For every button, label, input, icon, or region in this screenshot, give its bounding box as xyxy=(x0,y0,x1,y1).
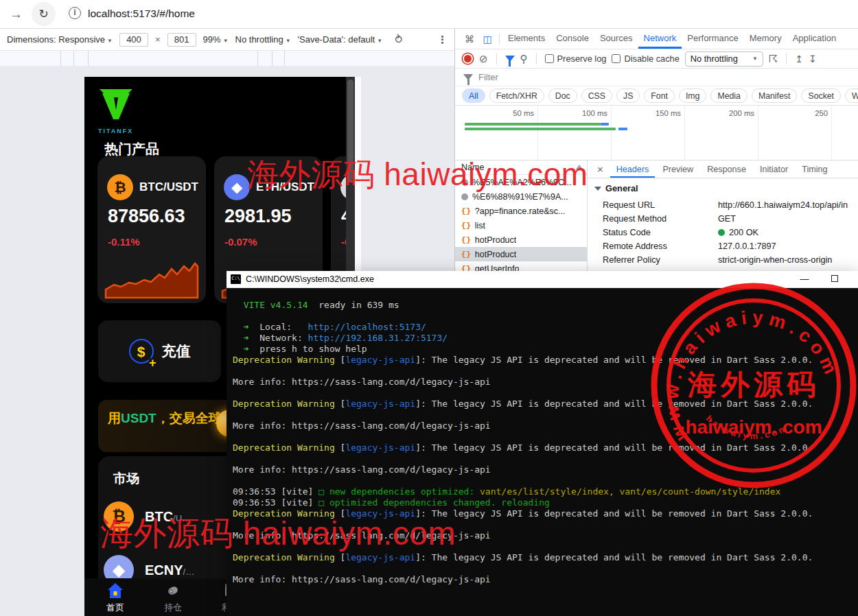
filter-toggle-icon[interactable] xyxy=(505,56,515,62)
toggle-device-toolbar-icon[interactable]: ◫ xyxy=(478,34,496,45)
cmd-segment: More info: https://sass-lang.com/d/legac… xyxy=(233,377,491,387)
header-key: Request Method xyxy=(603,214,718,224)
save-data-select[interactable]: 'Save-Data': default▼ xyxy=(298,34,383,45)
reload-button[interactable]: ↻ xyxy=(32,2,56,26)
price-value: 4 xyxy=(341,206,346,227)
nav-item-home[interactable]: 首页 xyxy=(94,578,137,616)
json-request-icon: {} xyxy=(461,235,471,244)
type-filter-media[interactable]: Media xyxy=(710,88,747,103)
header-key: Request URL xyxy=(603,200,718,210)
throttling-select[interactable]: No throttling▼ xyxy=(685,51,763,67)
request-row[interactable]: {}list xyxy=(455,218,587,233)
cmd-segment: Deprecation Warning xyxy=(233,355,340,365)
header-row-request-url: Request URLhttp://660.1.haiwaiym24.top/a… xyxy=(588,198,858,212)
waterfall-bar xyxy=(465,128,616,130)
network-conditions-icon[interactable]: ☈ xyxy=(769,53,778,65)
general-section-header[interactable]: General xyxy=(588,178,858,198)
request-details-tabs: × HeadersPreviewResponseInitiatorTiming xyxy=(588,161,858,178)
rotate-viewport-icon[interactable]: ⥁ xyxy=(395,33,402,46)
devtools-tab-network[interactable]: Network xyxy=(638,29,682,49)
banner-text: 用 xyxy=(108,411,121,425)
type-filter-fetchxhr[interactable]: Fetch/XHR xyxy=(489,88,544,103)
device-toolbar: Dimensions: Responsive▼ 400 × 801 99%▼ N… xyxy=(0,29,454,51)
network-toolbar: ⊘ ⚲ Preserve log Disable cache No thrott… xyxy=(455,49,858,69)
timeline-gridline xyxy=(537,106,538,161)
zoom-select[interactable]: 99%▼ xyxy=(203,34,229,45)
banner-text-usdt: USDT xyxy=(121,411,156,425)
cmd-segment: □ optimized dependencies changed. reload… xyxy=(318,497,550,508)
type-filter-wasm[interactable]: Wasm xyxy=(845,88,858,103)
clear-network-log-icon[interactable]: ⊘ xyxy=(479,53,488,65)
throttle-select[interactable]: No throttling▼ xyxy=(235,34,291,45)
viewport-width-input[interactable]: 400 xyxy=(119,33,148,47)
hot-card-btc[interactable]: ₿ BTC/USDT 87856.63 -0.11% xyxy=(97,156,206,303)
cmd-segment: http://192.168.31.27:5173/ xyxy=(308,333,448,343)
devtools-tab-performance[interactable]: Performance xyxy=(682,29,743,49)
record-network-log-button[interactable] xyxy=(464,55,472,62)
type-filter-manifest[interactable]: Manifest xyxy=(752,88,797,103)
type-filter-img[interactable]: Img xyxy=(679,88,707,103)
page-info-icon[interactable]: i xyxy=(69,7,81,19)
eth-icon: ◆ xyxy=(224,174,250,200)
change-value: -0.07% xyxy=(224,236,257,248)
devtools-tab-application[interactable]: Application xyxy=(787,29,842,49)
cmd-segment: ready in 639 ms xyxy=(308,300,399,310)
import-har-icon[interactable]: ↥ xyxy=(795,54,803,64)
type-filter-doc[interactable]: Doc xyxy=(548,88,577,103)
forward-arrow-icon[interactable]: → xyxy=(10,7,23,22)
details-tab-timing[interactable]: Timing xyxy=(796,161,833,178)
request-row[interactable]: {}?app=finance.rate&sc... xyxy=(455,204,587,218)
market-pair-label: ECNY/… xyxy=(145,562,194,578)
cmd-segment: More info: https://sass-lang.com/d/legac… xyxy=(233,464,491,475)
export-har-icon[interactable]: ↧ xyxy=(809,54,817,64)
dimensions-select[interactable]: Dimensions: Responsive▼ xyxy=(7,34,113,45)
request-row[interactable]: {}hotProduct xyxy=(455,233,587,247)
type-filter-socket[interactable]: Socket xyxy=(801,88,841,103)
media-query-bar[interactable] xyxy=(0,51,454,66)
cmd-segment: □ new dependencies optimized: xyxy=(318,486,480,497)
stamp-domain-text: haiwaiym. com xyxy=(685,416,822,438)
price-value: 2981.95 xyxy=(224,206,292,227)
device-toolbar-menu-icon[interactable]: ⋮ xyxy=(437,34,448,46)
type-filter-all[interactable]: All xyxy=(462,88,485,103)
cmd-segment: legacy-js-api xyxy=(345,442,415,453)
type-filter-css[interactable]: CSS xyxy=(581,88,612,103)
app-logo: TITANFX xyxy=(98,89,139,134)
devtools-tab-sources[interactable]: Sources xyxy=(594,29,638,49)
search-icon[interactable]: ⚲ xyxy=(520,53,528,65)
type-filter-font[interactable]: Font xyxy=(644,88,675,103)
cmd-segment: press h to show help xyxy=(259,344,367,354)
json-request-icon: {} xyxy=(461,250,471,259)
timeline-tick-label: 50 ms xyxy=(513,109,537,117)
dimensions-times: × xyxy=(155,34,161,45)
viewport-height-input[interactable]: 801 xyxy=(167,33,196,47)
details-tab-initiator[interactable]: Initiator xyxy=(754,161,794,178)
timeline-gridline xyxy=(831,106,832,161)
request-row[interactable]: {}hotProduct xyxy=(455,247,587,261)
url-text[interactable]: localhost:5173/#/home xyxy=(88,8,195,20)
devtools-tab-elements[interactable]: Elements xyxy=(502,29,550,49)
nav-item-positions[interactable]: 持仓 xyxy=(152,578,194,616)
filter-input[interactable]: Filter xyxy=(478,72,498,82)
preserve-log-checkbox[interactable]: Preserve log xyxy=(545,54,607,64)
inspect-element-icon[interactable]: ⌘ xyxy=(461,34,478,45)
cmd-line xyxy=(233,563,858,574)
details-tab-headers[interactable]: Headers xyxy=(610,161,656,178)
devtools-tab-memory[interactable]: Memory xyxy=(744,29,787,49)
devtools-tab-console[interactable]: Console xyxy=(550,29,594,49)
change-value: -0.11% xyxy=(108,236,140,248)
chevron-down-icon xyxy=(594,187,601,191)
close-details-icon[interactable]: × xyxy=(592,163,609,175)
disable-cache-checkbox[interactable]: Disable cache xyxy=(612,54,679,64)
cmd-segment: http://localhost:5173/ xyxy=(308,322,426,332)
cmd-segment: legacy-js-api xyxy=(345,399,415,409)
header-value: strict-origin-when-cross-origin xyxy=(718,255,832,265)
hot-products-title: 热门产品 xyxy=(104,140,159,158)
details-tab-preview[interactable]: Preview xyxy=(656,161,699,178)
type-filter-js[interactable]: JS xyxy=(616,88,640,103)
details-tab-response[interactable]: Response xyxy=(701,161,752,178)
cmd-line: More info: https://sass-lang.com/d/legac… xyxy=(233,574,858,585)
network-overview-timeline[interactable]: 50 ms100 ms150 ms200 ms250 xyxy=(455,106,858,161)
request-name: hotProduct xyxy=(475,235,516,245)
recharge-button[interactable]: $+ 充值 xyxy=(98,320,221,382)
